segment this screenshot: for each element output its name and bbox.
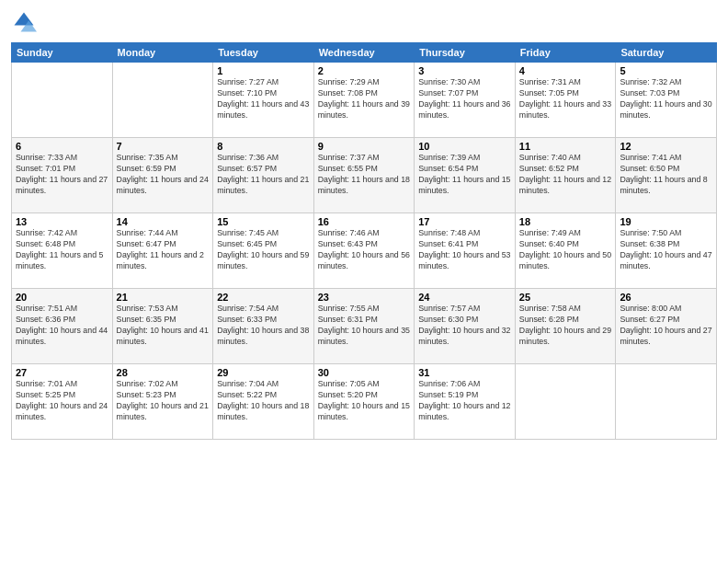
day-number: 26 [620,292,712,303]
weekday-header-row: Sunday Monday Tuesday Wednesday Thursday… [12,43,717,63]
day-number: 28 [117,367,210,378]
day-number: 17 [418,216,511,227]
calendar-cell: 31Sunrise: 7:06 AM Sunset: 5:19 PM Dayli… [415,364,516,440]
calendar-cell: 19Sunrise: 7:50 AM Sunset: 6:38 PM Dayli… [616,213,717,289]
day-number: 27 [16,367,108,378]
calendar-cell: 13Sunrise: 7:42 AM Sunset: 6:48 PM Dayli… [12,213,113,289]
day-info: Sunrise: 7:49 AM Sunset: 6:40 PM Dayligh… [519,228,612,272]
day-number: 19 [620,216,712,227]
day-number: 31 [418,367,511,378]
day-info: Sunrise: 7:31 AM Sunset: 7:05 PM Dayligh… [519,77,612,121]
calendar-cell: 12Sunrise: 7:41 AM Sunset: 6:50 PM Dayli… [616,138,717,213]
day-info: Sunrise: 7:30 AM Sunset: 7:07 PM Dayligh… [418,77,511,121]
day-number: 1 [217,65,310,76]
day-info: Sunrise: 7:57 AM Sunset: 6:30 PM Dayligh… [418,304,511,348]
header-friday: Friday [515,43,616,63]
day-info: Sunrise: 7:58 AM Sunset: 6:28 PM Dayligh… [519,304,612,348]
calendar-cell: 5Sunrise: 7:32 AM Sunset: 7:03 PM Daylig… [616,63,717,138]
calendar-cell [515,364,616,440]
header-monday: Monday [112,43,213,63]
day-info: Sunrise: 7:35 AM Sunset: 6:59 PM Dayligh… [117,153,210,197]
calendar-cell: 20Sunrise: 7:51 AM Sunset: 6:36 PM Dayli… [12,289,113,364]
calendar-cell: 29Sunrise: 7:04 AM Sunset: 5:22 PM Dayli… [213,364,314,440]
day-info: Sunrise: 7:48 AM Sunset: 6:41 PM Dayligh… [418,228,511,272]
calendar-cell [616,364,717,440]
day-info: Sunrise: 7:41 AM Sunset: 6:50 PM Dayligh… [620,153,712,197]
calendar-cell: 27Sunrise: 7:01 AM Sunset: 5:25 PM Dayli… [12,364,113,440]
day-number: 18 [519,216,612,227]
calendar-cell [112,63,213,138]
day-info: Sunrise: 7:46 AM Sunset: 6:43 PM Dayligh… [318,228,411,272]
day-number: 22 [217,292,310,303]
header-saturday: Saturday [616,43,717,63]
day-number: 9 [318,141,411,152]
day-info: Sunrise: 7:45 AM Sunset: 6:45 PM Dayligh… [217,228,310,272]
day-number: 7 [117,141,210,152]
calendar-cell: 25Sunrise: 7:58 AM Sunset: 6:28 PM Dayli… [515,289,616,364]
day-info: Sunrise: 7:06 AM Sunset: 5:19 PM Dayligh… [418,379,511,423]
day-number: 24 [418,292,511,303]
day-info: Sunrise: 7:53 AM Sunset: 6:35 PM Dayligh… [117,304,210,348]
day-info: Sunrise: 7:55 AM Sunset: 6:31 PM Dayligh… [318,304,411,348]
day-number: 2 [318,65,411,76]
day-info: Sunrise: 7:42 AM Sunset: 6:48 PM Dayligh… [16,228,108,272]
logo [11,9,40,35]
calendar-cell: 22Sunrise: 7:54 AM Sunset: 6:33 PM Dayli… [213,289,314,364]
calendar-cell: 1Sunrise: 7:27 AM Sunset: 7:10 PM Daylig… [213,63,314,138]
day-number: 4 [519,65,612,76]
day-info: Sunrise: 8:00 AM Sunset: 6:27 PM Dayligh… [620,304,712,348]
day-number: 15 [217,216,310,227]
calendar-cell: 3Sunrise: 7:30 AM Sunset: 7:07 PM Daylig… [415,63,516,138]
day-info: Sunrise: 7:40 AM Sunset: 6:52 PM Dayligh… [519,153,612,197]
day-number: 30 [318,367,411,378]
calendar-row-3: 13Sunrise: 7:42 AM Sunset: 6:48 PM Dayli… [12,213,717,289]
calendar-cell: 30Sunrise: 7:05 AM Sunset: 5:20 PM Dayli… [313,364,415,440]
header-sunday: Sunday [12,43,113,63]
day-info: Sunrise: 7:51 AM Sunset: 6:36 PM Dayligh… [16,304,108,348]
day-number: 5 [620,65,712,76]
day-info: Sunrise: 7:44 AM Sunset: 6:47 PM Dayligh… [117,228,210,272]
page: Sunday Monday Tuesday Wednesday Thursday… [0,0,728,563]
day-number: 12 [620,141,712,152]
calendar-cell: 23Sunrise: 7:55 AM Sunset: 6:31 PM Dayli… [313,289,415,364]
day-number: 20 [16,292,108,303]
day-number: 14 [117,216,210,227]
calendar-cell: 17Sunrise: 7:48 AM Sunset: 6:41 PM Dayli… [415,213,516,289]
day-number: 13 [16,216,108,227]
calendar-cell: 26Sunrise: 8:00 AM Sunset: 6:27 PM Dayli… [616,289,717,364]
calendar-cell: 10Sunrise: 7:39 AM Sunset: 6:54 PM Dayli… [415,138,516,213]
header [11,9,717,35]
header-tuesday: Tuesday [213,43,314,63]
calendar-cell: 21Sunrise: 7:53 AM Sunset: 6:35 PM Dayli… [112,289,213,364]
calendar-cell: 7Sunrise: 7:35 AM Sunset: 6:59 PM Daylig… [112,138,213,213]
day-info: Sunrise: 7:50 AM Sunset: 6:38 PM Dayligh… [620,228,712,272]
calendar-cell: 2Sunrise: 7:29 AM Sunset: 7:08 PM Daylig… [313,63,415,138]
day-number: 10 [418,141,511,152]
calendar-cell: 4Sunrise: 7:31 AM Sunset: 7:05 PM Daylig… [515,63,616,138]
day-info: Sunrise: 7:39 AM Sunset: 6:54 PM Dayligh… [418,153,511,197]
calendar-cell: 11Sunrise: 7:40 AM Sunset: 6:52 PM Dayli… [515,138,616,213]
calendar-cell: 24Sunrise: 7:57 AM Sunset: 6:30 PM Dayli… [415,289,516,364]
calendar-table: Sunday Monday Tuesday Wednesday Thursday… [11,42,717,440]
calendar-cell: 9Sunrise: 7:37 AM Sunset: 6:55 PM Daylig… [313,138,415,213]
calendar-cell: 15Sunrise: 7:45 AM Sunset: 6:45 PM Dayli… [213,213,314,289]
day-info: Sunrise: 7:05 AM Sunset: 5:20 PM Dayligh… [318,379,411,423]
logo-icon [11,9,37,35]
calendar-cell: 6Sunrise: 7:33 AM Sunset: 7:01 PM Daylig… [12,138,113,213]
calendar-cell: 16Sunrise: 7:46 AM Sunset: 6:43 PM Dayli… [313,213,415,289]
calendar-cell [12,63,113,138]
header-wednesday: Wednesday [313,43,415,63]
calendar-row-1: 1Sunrise: 7:27 AM Sunset: 7:10 PM Daylig… [12,63,717,138]
day-info: Sunrise: 7:27 AM Sunset: 7:10 PM Dayligh… [217,77,310,121]
day-info: Sunrise: 7:32 AM Sunset: 7:03 PM Dayligh… [620,77,712,121]
calendar-cell: 28Sunrise: 7:02 AM Sunset: 5:23 PM Dayli… [112,364,213,440]
day-number: 16 [318,216,411,227]
calendar-cell: 14Sunrise: 7:44 AM Sunset: 6:47 PM Dayli… [112,213,213,289]
day-number: 29 [217,367,310,378]
day-info: Sunrise: 7:01 AM Sunset: 5:25 PM Dayligh… [16,379,108,423]
day-number: 3 [418,65,511,76]
day-info: Sunrise: 7:37 AM Sunset: 6:55 PM Dayligh… [318,153,411,197]
calendar-row-2: 6Sunrise: 7:33 AM Sunset: 7:01 PM Daylig… [12,138,717,213]
day-info: Sunrise: 7:36 AM Sunset: 6:57 PM Dayligh… [217,153,310,197]
day-info: Sunrise: 7:02 AM Sunset: 5:23 PM Dayligh… [117,379,210,423]
